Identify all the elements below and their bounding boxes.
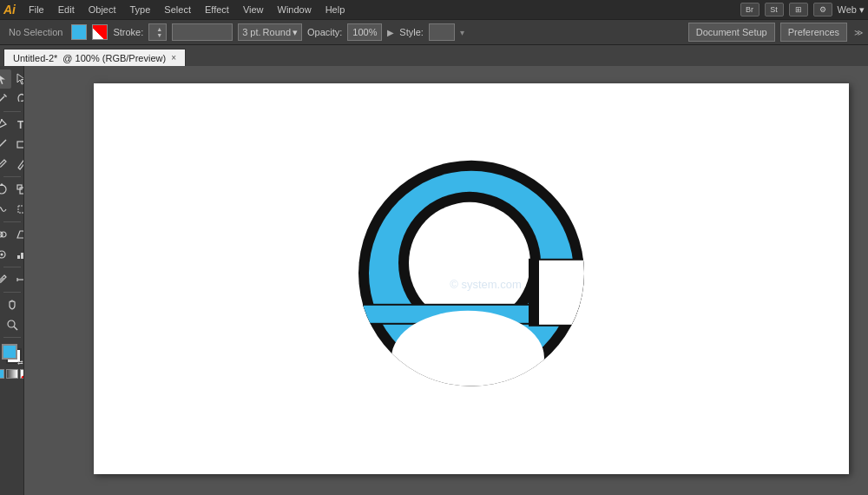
lasso-tool[interactable]: [12, 89, 24, 109]
symbol-tool[interactable]: [0, 245, 11, 264]
pt-dropdown[interactable]: 3 pt. Round ▾: [238, 23, 302, 41]
warp-tool[interactable]: [0, 200, 11, 219]
bridge-button[interactable]: Br: [740, 3, 760, 16]
svg-rect-14: [17, 255, 20, 259]
zoom-tool[interactable]: [3, 315, 22, 334]
opacity-value: 100%: [347, 23, 382, 41]
selection-tool[interactable]: [0, 69, 11, 89]
swap-colors-icon[interactable]: ⇄: [17, 359, 23, 366]
fill-color-box[interactable]: [71, 24, 87, 40]
tab-info: @ 100% (RGB/Preview): [62, 53, 166, 63]
left-toolbar: T: [0, 66, 24, 495]
menu-select[interactable]: Select: [158, 3, 197, 16]
svg-point-11: [1, 232, 6, 237]
measure-tool[interactable]: [12, 270, 24, 289]
svg-rect-15: [21, 253, 23, 259]
menu-edit[interactable]: Edit: [52, 3, 81, 16]
menu-effect[interactable]: Effect: [199, 3, 235, 16]
stroke-value-dropdown[interactable]: ▲ ▼: [148, 23, 167, 41]
arrange-button[interactable]: ⊞: [789, 3, 808, 16]
options-overflow[interactable]: ≫: [854, 28, 863, 37]
hand-tool[interactable]: [3, 295, 22, 314]
menu-window[interactable]: Window: [272, 3, 318, 16]
stroke-size-box: [172, 23, 233, 41]
app-logo: Ai: [3, 3, 16, 16]
menu-file[interactable]: File: [23, 3, 50, 16]
stock-button[interactable]: St: [765, 3, 784, 16]
scale-tool[interactable]: [12, 180, 24, 199]
direct-selection-tool[interactable]: [12, 69, 24, 89]
opacity-right-arrow[interactable]: ▶: [387, 28, 394, 37]
pencil-tool[interactable]: [12, 155, 24, 174]
svg-rect-5: [17, 142, 24, 148]
svg-rect-9: [18, 206, 24, 213]
svg-point-32: [391, 311, 544, 405]
svg-text:T: T: [17, 119, 24, 130]
style-box[interactable]: [429, 23, 455, 41]
color-swatches: ⇄: [0, 342, 24, 366]
perspective-tool[interactable]: [12, 225, 24, 244]
selection-status: No Selection: [5, 27, 66, 37]
svg-point-2: [1, 119, 3, 121]
main-layout: T: [0, 66, 868, 495]
type-tool[interactable]: T: [12, 115, 24, 134]
gradient-mode-button[interactable]: [6, 369, 18, 379]
stroke-color-box[interactable]: [92, 24, 108, 40]
artboard: © system.com: [94, 83, 849, 474]
magic-wand-tool[interactable]: [0, 89, 11, 109]
options-bar: No Selection Stroke: ▲ ▼ 3 pt. Round ▾ O…: [0, 19, 868, 45]
svg-line-22: [14, 327, 17, 330]
shape-builder-tool[interactable]: [0, 225, 11, 244]
sync-button[interactable]: ⚙: [813, 3, 832, 16]
free-transform-tool[interactable]: [12, 200, 24, 219]
tab-bar: Untitled-2* @ 100% (RGB/Preview) ×: [0, 45, 868, 66]
paintbrush-tool[interactable]: [0, 155, 11, 174]
svg-line-0: [0, 96, 4, 103]
tab-close-button[interactable]: ×: [171, 53, 176, 63]
menu-bar: Ai File Edit Object Type Select Effect V…: [0, 0, 868, 19]
canvas-area[interactable]: © system.com: [24, 66, 868, 495]
svg-marker-6: [0, 183, 4, 186]
svg-rect-31: [539, 261, 588, 325]
menu-help[interactable]: Help: [319, 3, 352, 16]
document-tab[interactable]: Untitled-2* @ 100% (RGB/Preview) ×: [3, 49, 186, 66]
line-tool[interactable]: [0, 135, 11, 154]
color-mode-button[interactable]: [0, 369, 4, 379]
stroke-label: Stroke:: [113, 27, 143, 37]
color-mode-row: [0, 369, 24, 379]
svg-line-4: [0, 140, 6, 148]
menu-view[interactable]: View: [237, 3, 270, 16]
svg-point-13: [1, 254, 3, 256]
workspace-selector[interactable]: Web ▾: [838, 4, 865, 16]
graph-tool[interactable]: [12, 245, 24, 264]
preferences-button[interactable]: Preferences: [780, 23, 847, 42]
rotate-tool[interactable]: [0, 180, 11, 199]
eyedropper-tool[interactable]: [0, 270, 11, 289]
tab-title: Untitled-2*: [13, 53, 57, 63]
top-right-icons: Br St ⊞ ⚙ Web ▾: [740, 3, 865, 16]
style-label: Style:: [399, 27, 424, 37]
rectangle-tool[interactable]: [12, 135, 24, 154]
svg-point-21: [8, 320, 15, 327]
style-chevron[interactable]: ▾: [460, 28, 464, 37]
menu-type[interactable]: Type: [124, 3, 157, 16]
foreground-color-swatch[interactable]: [2, 344, 17, 360]
document-setup-button[interactable]: Document Setup: [688, 23, 775, 42]
menu-object[interactable]: Object: [82, 3, 122, 16]
opacity-label: Opacity:: [307, 27, 342, 37]
pen-tool[interactable]: [0, 115, 11, 134]
